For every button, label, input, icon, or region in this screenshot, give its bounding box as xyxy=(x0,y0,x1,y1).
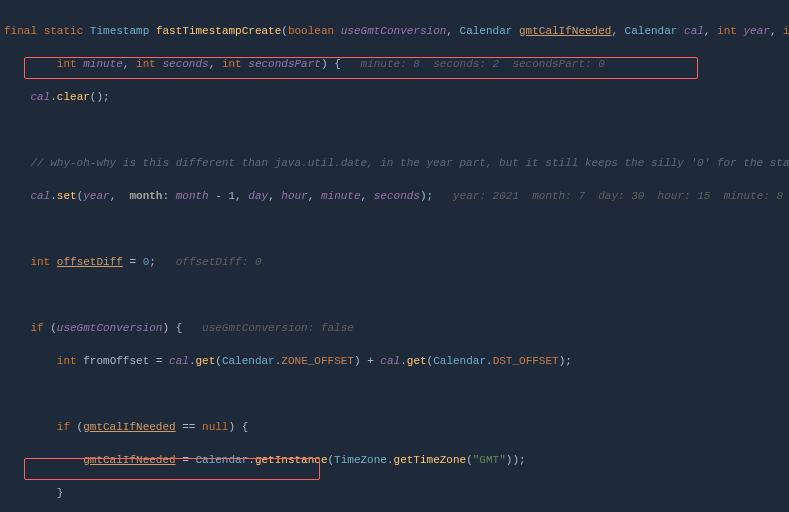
code-line: gmtCalIfNeeded = Calendar.getInstance(Ti… xyxy=(4,452,785,469)
code-line: int fromOffset = cal.get(Calendar.ZONE_O… xyxy=(4,353,785,370)
code-line: cal.clear(); xyxy=(4,89,785,106)
code-line: if (gmtCalIfNeeded == null) { xyxy=(4,419,785,436)
code-editor[interactable]: final static Timestamp fastTimestampCrea… xyxy=(0,0,789,512)
code-line: int offsetDiff = 0; offsetDiff: 0 xyxy=(4,254,785,271)
code-line: final static Timestamp fastTimestampCrea… xyxy=(4,23,785,40)
code-line: int minute, int seconds, int secondsPart… xyxy=(4,56,785,73)
code-line xyxy=(4,287,785,304)
code-line: if (useGmtConversion) { useGmtConversion… xyxy=(4,320,785,337)
code-line: } xyxy=(4,485,785,502)
code-line xyxy=(4,221,785,238)
code-line xyxy=(4,122,785,139)
code-line: // why-oh-why is this different than jav… xyxy=(4,155,785,172)
code-line xyxy=(4,386,785,403)
code-line: cal.set(year, month: month - 1, day, hou… xyxy=(4,188,785,205)
